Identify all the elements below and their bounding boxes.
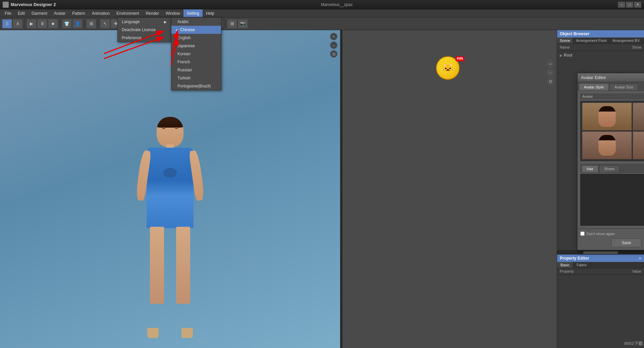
hair-shoes-tabs: Hair Shoes [580,164,644,172]
vp-right-fit[interactable]: ⊡ [547,78,554,85]
maximize-button[interactable]: □ [626,2,633,8]
vp-fit[interactable]: ⊡ [330,50,337,58]
menu-preference-label: Preference [122,36,142,40]
tb-sep4 [98,20,98,28]
avatar-thumb-5[interactable] [633,131,644,159]
menu-edit[interactable]: Edit [14,9,28,17]
viewport-controls: + – ⊡ [330,33,337,58]
tb-avatar[interactable]: 👤 [72,19,83,28]
hs-tab-shoes[interactable]: Shoes [599,165,620,172]
property-editor: Property Editor ✕ Basic Fabric Property … [557,254,644,348]
lang-english[interactable]: English [171,34,221,42]
toolbar: S A ▶ ⏸ ■ 👕 👤 ⊞ ↖ ✥ ↺ ⤡ ⬜ ⬛ ◯ ⊕ ⊘ 🔒 👁 ⊞ … [0,17,644,30]
viewport-left[interactable]: + – ⊡ [0,30,340,348]
ae-title: Avatar Editor [581,75,606,80]
lang-japanese[interactable]: Japanese [171,42,221,50]
menu-setting[interactable]: Setting [183,9,203,17]
close-button[interactable]: ✕ [634,2,641,8]
ob-tab-arrangement-bv[interactable]: Arrangement BV [610,38,643,44]
dont-show-checkbox[interactable] [580,231,585,236]
ob-item-root-label: Root [564,53,572,58]
avatar-thumb-2[interactable] [633,102,644,131]
tb-grid[interactable]: ⊞ [86,19,96,28]
menu-animation[interactable]: Animation [89,9,113,17]
avatar-head [157,117,183,147]
menu-render[interactable]: Render [143,9,162,17]
menu-environment[interactable]: Environment [113,9,142,17]
menubar: File Edit Garment Avatar Pattern Animati… [0,9,644,17]
vp-right-zoom-out[interactable]: – [547,69,554,76]
pe-tab-fabric[interactable]: Fabric [573,262,591,268]
ae-buttons: Save Open OK [580,238,644,247]
menu-preference[interactable]: Preference [118,34,171,42]
hair-shoes-section: Hair Shoes [580,164,644,226]
menu-deactivate-license[interactable]: Deactivate License [118,26,171,34]
lang-turkish[interactable]: Turkish [171,74,221,82]
menu-deactivate-label: Deactivate License [122,27,156,32]
pe-title: Property Editor ✕ [557,255,644,262]
lang-arabic-label: Arabic [177,19,189,24]
avatar-eye-right [175,127,178,129]
ob-title: Object Browser [557,30,644,38]
hs-tab-hair[interactable]: Hair [582,165,598,172]
ob-tab-scene[interactable]: Scene [557,38,573,44]
watermark: 9553下载 [624,341,643,347]
tb-add[interactable]: ⊞ [227,19,237,28]
hair-content [580,174,644,226]
menu-help[interactable]: Help [203,9,218,17]
menu-avatar[interactable]: Avatar [51,9,69,17]
app-title: Marvelous Designer 2 [3,2,56,8]
tb-play[interactable]: ▶ [26,19,37,28]
pe-content [557,275,644,348]
menu-garment[interactable]: Garment [28,9,51,17]
menu-file[interactable]: File [1,9,14,17]
avatar-thumb-4[interactable] [582,131,632,159]
vp-right-zoom-in[interactable]: + [547,60,554,68]
avatar-foot-left [147,328,159,338]
menu-pattern[interactable]: Pattern [69,9,89,17]
lang-korean[interactable]: Korean [171,50,221,58]
pe-collapse-icon[interactable]: ✕ [639,257,641,260]
lang-french[interactable]: French [171,58,221,66]
ae-tab-style[interactable]: Avatar Style [579,83,609,90]
lang-russian[interactable]: Russian [171,66,221,74]
ob-expand-icon: ▶ [560,54,562,57]
mascot-widget: 🐱 约吗 [436,56,463,83]
minimize-button[interactable]: – [618,2,625,8]
tb-tool-a[interactable]: A [13,19,23,28]
ob-scrollbar-thumb [583,251,618,254]
viewport-right[interactable]: 🐱 约吗 + – ⊡ Avatar Editor ✕ Avatar Style … [342,30,557,348]
vp-zoom-out[interactable]: – [330,42,337,49]
avatar-grid [580,101,644,161]
tb-pause[interactable]: ⏸ [37,19,47,28]
ae-save-button[interactable]: Save [611,238,641,247]
pe-cols: Property Value [557,268,644,275]
tb-stop[interactable]: ■ [48,19,58,28]
ob-col-show: Show [632,45,641,49]
ob-item-root[interactable]: ▶ Root [558,52,643,58]
ob-tab-arrangement-point[interactable]: Arrangement Point [573,38,610,44]
lang-french-label: French [177,60,190,64]
window-title: Marvelous__zpac [56,2,618,7]
menu-window[interactable]: Window [162,9,183,17]
pe-tab-basic[interactable]: Basic [557,262,573,268]
tb-camera[interactable]: 📷 [238,19,248,28]
tb-select[interactable]: S [2,19,12,28]
app-logo [3,2,9,8]
avatar-thumb-1[interactable] [582,102,632,131]
main-area: + – ⊡ ⋮ 🐱 约吗 + – ⊡ Avatar Editor ✕ [0,30,644,348]
menu-language[interactable]: Language ▶ [118,18,171,26]
ob-scrollbar[interactable] [557,250,644,254]
lang-turkish-label: Turkish [177,76,191,80]
ae-tab-size[interactable]: Avatar Size [609,83,638,90]
lang-chinese[interactable]: ✔ Chinese [171,26,221,34]
vp-zoom-in[interactable]: + [330,33,337,40]
avatar-foot-right [181,328,193,338]
tb-garment[interactable]: 👕 [62,19,72,28]
pe-title-label: Property Editor [560,256,589,261]
lang-portuguese-brazil[interactable]: Portuguese(Brazil) [171,82,221,90]
avatar-sash [163,168,177,178]
titlebar: Marvelous Designer 2 Marvelous__zpac – □… [0,0,644,9]
tb-cursor[interactable]: ↖ [100,19,110,28]
lang-arabic[interactable]: Arabic [171,18,221,26]
